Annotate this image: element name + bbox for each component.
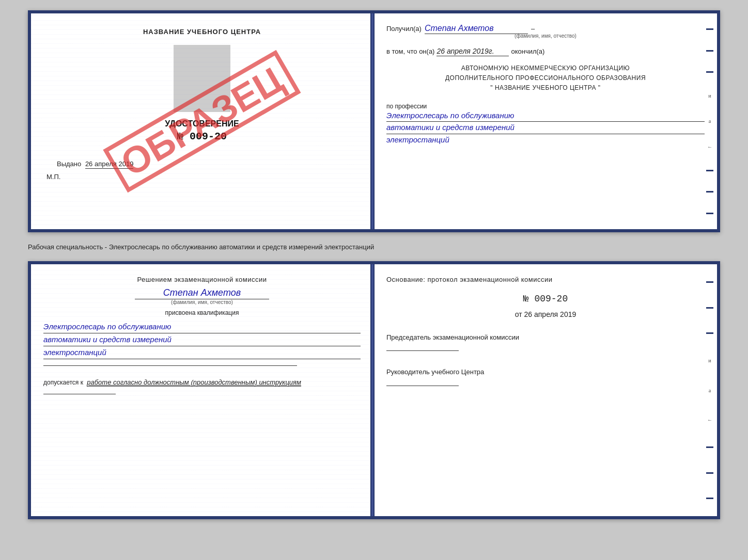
bottom-document: Решением экзаменационной комиссии Степан… <box>28 261 720 519</box>
cert-title: УДОСТОВЕРЕНИЕ <box>165 119 239 129</box>
received-name: Степан Ахметов <box>425 24 528 34</box>
protocol-number: № 009-20 <box>386 294 705 304</box>
fio-sub: (фамилия, имя, отчество) <box>171 299 233 305</box>
profession-val3: электростанций <box>386 134 705 146</box>
photo-placeholder <box>174 45 230 112</box>
binding-mark <box>706 28 713 30</box>
issued-line: Выдано 26 апреля 2019 <box>57 160 133 168</box>
binding-mark <box>706 50 713 52</box>
in-that-date: 26 апреля 2019г. <box>437 47 509 56</box>
training-center-title: НАЗВАНИЕ УЧЕБНОГО ЦЕНТРА <box>143 28 261 36</box>
decision-title: Решением экзаменационной комиссии <box>43 276 361 283</box>
director-sign-line <box>386 386 459 386</box>
received-group: Получил(а) Степан Ахметов – (фамилия, им… <box>386 24 705 39</box>
issued-date: 26 апреля 2019 <box>85 160 134 169</box>
binding-mark-b1 <box>706 281 713 283</box>
binding-mark <box>706 191 713 193</box>
protocol-date: от 26 апреля 2019 <box>386 310 705 318</box>
finished-label: окончил(а) <box>511 47 544 55</box>
binding-text-arrow: ← <box>707 144 712 150</box>
binding-text-i: и <box>708 93 711 99</box>
bottom-right-page: Основание: протокол экзаменационной коми… <box>374 264 717 516</box>
qualification-group: Электрослесарь по обслуживанию автоматик… <box>43 321 361 359</box>
chairman-label: Председатель экзаменационной комиссии <box>386 333 705 342</box>
binding-mark-b2 <box>706 307 713 309</box>
binding-mark <box>706 170 713 171</box>
caption-text: Рабочая специальность - Электрослесарь п… <box>28 243 374 251</box>
fio-sublabel: (фамилия, имя, отчество) <box>386 33 705 39</box>
qual-underline <box>43 365 297 366</box>
access-val: работе согласно должностным (производств… <box>87 378 301 387</box>
org-block: АВТОНОМНУЮ НЕКОММЕРЧЕСКУЮ ОРГАНИЗАЦИЮ ДО… <box>386 63 705 93</box>
org-line2: ДОПОЛНИТЕЛЬНОГО ПРОФЕССИОНАЛЬНОГО ОБРАЗО… <box>386 73 705 83</box>
protocol-date-prefix: от <box>515 310 522 318</box>
binding-mark <box>706 213 713 214</box>
profession-label: по профессии <box>386 103 705 110</box>
access-label: допускается к <box>43 379 83 386</box>
bottom-left-page: Решением экзаменационной комиссии Степан… <box>31 264 374 516</box>
issued-label: Выдано <box>57 160 81 168</box>
qual-val1: Электрослесарь по обслуживанию <box>43 321 361 333</box>
qualification-label: присвоена квалификация <box>43 309 361 316</box>
received-line: Получил(а) Степан Ахметов – <box>386 24 705 34</box>
basis-title: Основание: протокол экзаменационной коми… <box>386 276 705 283</box>
person-group: Степан Ахметов (фамилия, имя, отчество) <box>43 287 361 305</box>
sign-line-bottom-left <box>43 394 116 394</box>
binding-mark-b5 <box>706 472 713 474</box>
person-name: Степан Ахметов <box>135 287 269 299</box>
binding-mark-b6 <box>706 498 713 499</box>
binding-mark-b4 <box>706 446 713 448</box>
caption-between: Рабочая специальность - Электрослесарь п… <box>28 241 720 253</box>
binding-text-arrow-b: ← <box>707 417 712 423</box>
binding-mark-b3 <box>706 332 713 334</box>
top-left-page: НАЗВАНИЕ УЧЕБНОГО ЦЕНТРА УДОСТОВЕРЕНИЕ №… <box>31 13 374 229</box>
qual-val3: электростанций <box>43 346 361 359</box>
profession-val2: автоматики и средств измерений <box>386 122 705 134</box>
protocol-date-val: 26 апреля 2019 <box>524 310 576 318</box>
cert-number: № 009-20 <box>177 131 227 142</box>
org-line3: " НАЗВАНИЕ УЧЕБНОГО ЦЕНТРА " <box>386 83 705 93</box>
profession-val1: Электрослесарь по обслуживанию <box>386 110 705 122</box>
profession-group: по профессии Электрослесарь по обслужива… <box>386 99 705 146</box>
right-binding-marks: и а ← <box>703 13 717 229</box>
director-label: Руководитель учебного Центра <box>386 367 705 377</box>
top-document: НАЗВАНИЕ УЧЕБНОГО ЦЕНТРА УДОСТОВЕРЕНИЕ №… <box>28 10 720 232</box>
binding-text-a-b: а <box>709 388 711 393</box>
mp-line: М.П. <box>46 173 60 181</box>
dash-spacer: – <box>531 25 535 33</box>
binding-mark <box>706 71 713 73</box>
date-line: в том, что он(а) 26 апреля 2019г. окончи… <box>386 47 705 56</box>
received-label: Получил(а) <box>386 25 422 33</box>
qual-val2: автоматики и средств измерений <box>43 333 361 346</box>
access-group: допускается к работе согласно должностны… <box>43 377 361 388</box>
org-line1: АВТОНОМНУЮ НЕКОММЕРЧЕСКУЮ ОРГАНИЗАЦИЮ <box>386 63 705 73</box>
in-that-label: в том, что он(а) <box>386 47 434 55</box>
binding-text-a: а <box>709 118 711 124</box>
binding-text-i-b: и <box>708 358 711 363</box>
top-right-page: Получил(а) Степан Ахметов – (фамилия, им… <box>374 13 717 229</box>
right-binding-marks-bottom: и а ← <box>703 264 717 516</box>
chairman-sign-line <box>386 350 459 351</box>
